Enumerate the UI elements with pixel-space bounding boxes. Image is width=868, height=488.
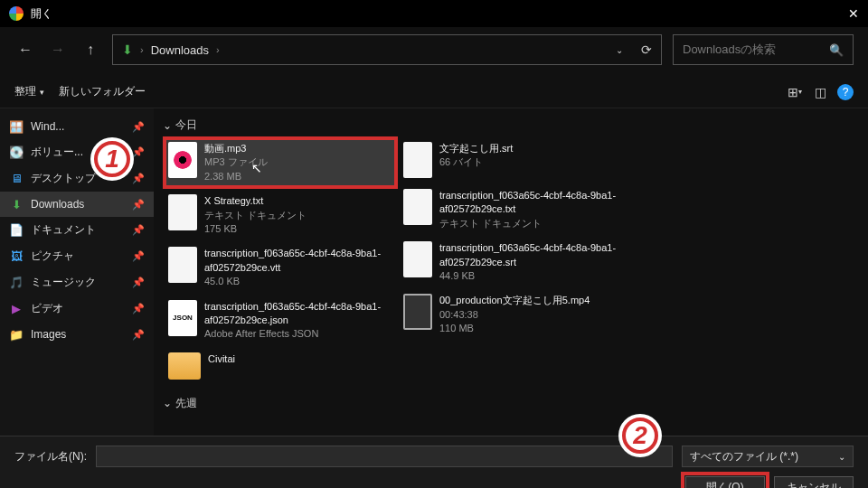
file-item[interactable]: transcription_f063a65c-4cbf-4c8a-9ba1-af… bbox=[398, 183, 633, 236]
file-item[interactable]: transcription_f063a65c-4cbf-4c8a-9ba1-af… bbox=[163, 241, 398, 294]
sidebar-item-label: ボリュー... bbox=[31, 145, 83, 160]
window-title: 開く bbox=[31, 6, 52, 22]
sidebar-item[interactable]: 🖼ピクチャ📌 bbox=[0, 243, 154, 269]
file-name: transcription_f063a65c-4cbf-4c8a-9ba1-af… bbox=[439, 241, 627, 269]
nav-row: ← → ↑ ⬇ › Downloads › ⌄ ⟳ Downloadsの検索 🔍 bbox=[0, 27, 868, 76]
file-name: 動画.mp3 bbox=[204, 142, 268, 155]
group-today[interactable]: ⌄今日 bbox=[163, 114, 859, 136]
sidebar-item[interactable]: ⬇Downloads📌 bbox=[0, 192, 154, 217]
search-placeholder: Downloadsの検索 bbox=[683, 42, 776, 58]
folder-icon: 🖥 bbox=[9, 172, 24, 186]
close-button[interactable]: ✕ bbox=[848, 6, 859, 21]
file-type: 44.9 KB bbox=[439, 269, 627, 283]
file-name: transcription_f063a65c-4cbf-4c8a-9ba1-af… bbox=[439, 189, 627, 217]
file-name: 文字起こし用.srt bbox=[439, 142, 513, 155]
file-type: 66 バイト bbox=[439, 155, 513, 169]
file-item[interactable]: JSONtranscription_f063a65c-4cbf-4c8a-9ba… bbox=[163, 295, 398, 347]
cancel-button[interactable]: キャンセル bbox=[774, 476, 854, 488]
folder-icon: 📄 bbox=[9, 223, 24, 238]
file-size: 2.38 MB bbox=[204, 170, 268, 183]
file-name: 00_production文字起こし用5.mp4 bbox=[439, 294, 590, 307]
file-name: transcription_f063a65c-4cbf-4c8a-9ba1-af… bbox=[204, 300, 392, 328]
new-folder-button[interactable]: 新しいフォルダー bbox=[59, 84, 146, 99]
file-type: MP3 ファイル bbox=[204, 155, 268, 169]
folder-icon: 📁 bbox=[9, 327, 24, 342]
file-item[interactable]: 00_production文字起こし用5.mp400:43:38110 MB bbox=[398, 288, 633, 341]
pin-icon: 📌 bbox=[132, 121, 145, 133]
crumb-downloads[interactable]: Downloads bbox=[151, 43, 209, 57]
folder-icon: ⬇ bbox=[9, 197, 24, 211]
nav-back[interactable]: ← bbox=[14, 39, 36, 61]
sidebar-item[interactable]: 📁Images📌 bbox=[0, 322, 154, 347]
file-item[interactable]: X Strategy.txtテキスト ドキュメント175 KB bbox=[163, 189, 398, 241]
folder-icon: 🎵 bbox=[9, 276, 24, 290]
filetype-filter[interactable]: すべてのファイル (*.*)⌄ bbox=[682, 446, 854, 467]
file-item[interactable]: 文字起こし用.srt66 バイト bbox=[398, 136, 633, 183]
file-type: テキスト ドキュメント bbox=[439, 217, 627, 230]
organize-button[interactable]: 整理▾ bbox=[14, 84, 44, 99]
file-name: X Strategy.txt bbox=[204, 194, 307, 208]
preview-pane-button[interactable]: ◫ bbox=[812, 84, 828, 100]
annotation-badge-2: 2 bbox=[618, 414, 662, 457]
help-button[interactable]: ? bbox=[837, 84, 854, 100]
search-input[interactable]: Downloadsの検索 🔍 bbox=[673, 34, 854, 65]
chevron-down-icon[interactable]: ⌄ bbox=[616, 45, 623, 55]
pin-icon: 📌 bbox=[132, 303, 145, 314]
sidebar-item-label: デスクトップ bbox=[31, 171, 96, 186]
pin-icon: 📌 bbox=[132, 173, 145, 184]
file-thumb-icon bbox=[168, 352, 201, 380]
reload-button[interactable]: ⟳ bbox=[641, 42, 652, 57]
file-size: 110 MB bbox=[439, 322, 590, 335]
footer: ファイル名(N): すべてのファイル (*.*)⌄ 開く(O) キャンセル bbox=[0, 436, 868, 488]
chevron-down-icon: ⌄ bbox=[163, 119, 172, 132]
sidebar-item-label: Wind... bbox=[31, 120, 64, 133]
sidebar-item[interactable]: 🪟Wind...📌 bbox=[0, 114, 154, 139]
chevron-right-icon: › bbox=[216, 44, 220, 55]
sidebar-item-label: ドキュメント bbox=[31, 222, 96, 238]
breadcrumb[interactable]: ⬇ › Downloads › ⌄ ⟳ bbox=[112, 34, 662, 65]
pin-icon: 📌 bbox=[132, 250, 145, 262]
sidebar-item-label: ミュージック bbox=[31, 275, 96, 290]
nav-forward: → bbox=[47, 39, 69, 61]
file-thumb-icon bbox=[168, 194, 197, 230]
file-item[interactable]: 動画.mp3MP3 ファイル2.38 MB bbox=[163, 136, 398, 189]
view-mode-button[interactable]: ⊞▾ bbox=[787, 84, 803, 100]
annotation-badge-1: 1 bbox=[90, 137, 134, 181]
sidebar-item-label: ビデオ bbox=[31, 301, 63, 316]
chevron-down-icon: ⌄ bbox=[838, 452, 845, 462]
pin-icon: 📌 bbox=[132, 146, 145, 158]
file-size: 175 KB bbox=[204, 222, 307, 236]
file-thumb-icon bbox=[403, 189, 432, 225]
file-thumb-icon bbox=[403, 241, 432, 277]
sidebar-item[interactable]: ▶ビデオ📌 bbox=[0, 296, 154, 322]
filename-label: ファイル名(N): bbox=[14, 449, 87, 465]
group-lastweek[interactable]: ⌄先週 bbox=[163, 392, 859, 415]
file-thumb-icon bbox=[403, 142, 432, 178]
file-type: Adobe After Effects JSON bbox=[204, 327, 392, 341]
file-thumb-icon bbox=[168, 142, 197, 178]
chevron-down-icon: ⌄ bbox=[163, 397, 172, 409]
file-item[interactable]: transcription_f063a65c-4cbf-4c8a-9ba1-af… bbox=[398, 236, 633, 288]
file-type: 45.0 KB bbox=[204, 275, 392, 288]
folder-icon: 🪟 bbox=[9, 119, 24, 134]
folder-icon: 🖼 bbox=[9, 249, 24, 264]
sidebar-item-label: ピクチャ bbox=[31, 249, 74, 264]
file-item[interactable]: Civitai bbox=[163, 347, 398, 385]
filename-input[interactable] bbox=[96, 446, 673, 467]
sidebar-item[interactable]: 📄ドキュメント📌 bbox=[0, 217, 154, 243]
downloads-icon: ⬇ bbox=[122, 42, 133, 57]
toolbar: 整理▾ 新しいフォルダー ⊞▾ ◫ ? bbox=[0, 76, 868, 108]
file-type: テキスト ドキュメント bbox=[204, 209, 307, 222]
chevron-right-icon: › bbox=[140, 44, 144, 55]
pin-icon: 📌 bbox=[132, 224, 145, 236]
sidebar-item-label: Images bbox=[31, 328, 66, 341]
chrome-icon bbox=[9, 6, 24, 21]
file-name: Civitai bbox=[208, 352, 235, 366]
file-name: transcription_f063a65c-4cbf-4c8a-9ba1-af… bbox=[204, 247, 392, 275]
titlebar: 開く ✕ bbox=[0, 0, 868, 27]
sidebar-item[interactable]: 🎵ミュージック📌 bbox=[0, 269, 154, 296]
nav-up[interactable]: ↑ bbox=[80, 39, 101, 61]
file-thumb-icon: JSON bbox=[168, 300, 197, 336]
folder-icon: 💽 bbox=[9, 145, 24, 160]
open-button[interactable]: 開く(O) bbox=[685, 476, 765, 488]
